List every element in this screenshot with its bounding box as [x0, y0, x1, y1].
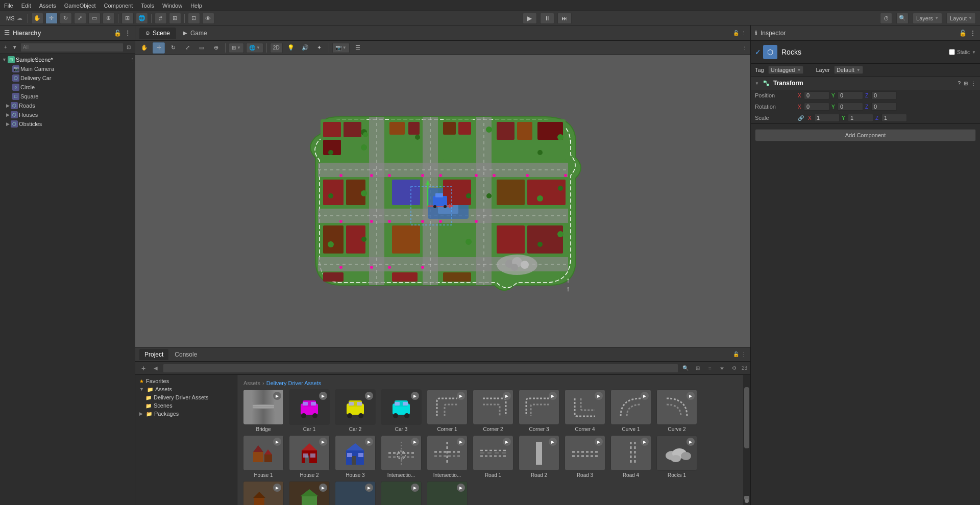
- star-btn[interactable]: ★: [717, 364, 727, 373]
- scene-lock[interactable]: 🔓: [733, 30, 739, 36]
- assets-zoom-slider[interactable]: [745, 499, 749, 503]
- proj-favorites[interactable]: ★ Favorites: [137, 377, 235, 385]
- grid-toggle[interactable]: #: [155, 13, 167, 24]
- hierarchy-item-main-camera[interactable]: 📷 Main Camera: [0, 64, 135, 73]
- asset-car1[interactable]: ▶ Car 1: [287, 389, 331, 432]
- asset-row3-play4[interactable]: ▶: [411, 484, 419, 492]
- scale-z-input[interactable]: [881, 114, 907, 122]
- asset-road4[interactable]: ▶ Road 4: [609, 435, 653, 478]
- asset-intersection1[interactable]: ▶ Intersectio...: [379, 435, 423, 478]
- obj-active-checkbox[interactable]: ✓: [755, 48, 761, 56]
- transform-help[interactable]: ?: [958, 81, 961, 86]
- asset-house1[interactable]: ▶ House 1: [241, 435, 285, 478]
- insp-lock[interactable]: 🔓: [959, 30, 967, 37]
- asset-bridge[interactable]: ▶ Bridge: [241, 389, 285, 432]
- hierarchy-item-obsticles[interactable]: ▶ ⬡ Obsticles: [0, 119, 135, 129]
- menu-help[interactable]: Help: [190, 3, 202, 9]
- scene-light-toggle[interactable]: 💡: [285, 42, 297, 54]
- tag-dropdown[interactable]: Untagged ▼: [768, 66, 804, 74]
- rotate-scene-tool[interactable]: ↻: [167, 42, 179, 54]
- static-checkbox[interactable]: [949, 49, 955, 55]
- menu-tools[interactable]: Tools: [141, 3, 154, 9]
- layer-dropdown[interactable]: Default ▼: [834, 66, 863, 74]
- back-btn[interactable]: ◀: [151, 364, 161, 373]
- transform-settings[interactable]: ⊞: [964, 81, 968, 86]
- rotation-x-input[interactable]: [804, 103, 829, 111]
- asset-road2[interactable]: ▶ Road 2: [517, 435, 561, 478]
- asset-corner2-play[interactable]: ▶: [503, 392, 511, 400]
- asset-house1-play[interactable]: ▶: [273, 438, 281, 446]
- asset-car3[interactable]: ▶ Car 3: [379, 389, 423, 432]
- asset-corner4-play[interactable]: ▶: [595, 392, 603, 400]
- asset-curve2[interactable]: ▶ Curve 2: [655, 389, 699, 432]
- asset-bridge-play[interactable]: ▶: [273, 392, 281, 400]
- bottom-tab-console[interactable]: Console: [169, 349, 202, 360]
- add-hier-btn[interactable]: +: [2, 43, 9, 51]
- asset-road1-play[interactable]: ▶: [503, 438, 511, 446]
- asset-row3-play5[interactable]: ▶: [457, 484, 465, 492]
- grid-view[interactable]: ⊞: [693, 364, 703, 373]
- asset-row3-item1[interactable]: ▶ House: [241, 481, 285, 505]
- asset-house3-play[interactable]: ▶: [365, 438, 373, 446]
- scale-lock-icon[interactable]: 🔗: [798, 115, 804, 121]
- layout-dropdown[interactable]: Layout ▼: [946, 13, 976, 24]
- menu-edit[interactable]: Edit: [21, 3, 31, 9]
- static-arrow[interactable]: ▼: [972, 50, 976, 55]
- asset-rocks1[interactable]: ▶ Rocks 1: [655, 435, 699, 478]
- hierarchy-item-delivery-car[interactable]: ⬡ Delivery Car: [0, 73, 135, 83]
- scene-audio-toggle[interactable]: 🔊: [299, 42, 311, 54]
- transform-section-header[interactable]: ▼ Transform ? ⊞ ⋮: [751, 77, 980, 90]
- scale-y-input[interactable]: [848, 114, 873, 122]
- obj-name[interactable]: Rocks: [781, 48, 945, 56]
- hier-filter[interactable]: ⊡: [125, 43, 133, 51]
- hierarchy-item-square[interactable]: □ Square: [0, 92, 135, 101]
- tab-game[interactable]: ▶ Game: [177, 28, 213, 39]
- pause-button[interactable]: ⏸: [540, 13, 554, 24]
- move-scene-tool[interactable]: ✛: [153, 42, 165, 54]
- asset-road3-play[interactable]: ▶: [595, 438, 603, 446]
- scene-camera-dropdown[interactable]: 📷 ▼: [332, 43, 350, 53]
- scene-fx-toggle[interactable]: ✦: [313, 42, 326, 54]
- position-x-input[interactable]: [804, 91, 829, 99]
- play-button[interactable]: ▶: [523, 13, 537, 24]
- rect-tool[interactable]: ▭: [88, 13, 101, 24]
- asset-house2-play[interactable]: ▶: [319, 438, 327, 446]
- global-local[interactable]: 🌐: [136, 13, 148, 24]
- assets-scrollbar[interactable]: [743, 375, 750, 505]
- search-icon[interactable]: 🔍: [680, 364, 691, 373]
- assets-scrollbar-thumb[interactable]: [744, 387, 749, 448]
- add-component-button[interactable]: Add Component: [755, 129, 976, 141]
- asset-curve1[interactable]: ▶ Curve 1: [609, 389, 653, 432]
- hierarchy-item-houses[interactable]: ▶ ⬡ Houses: [0, 110, 135, 119]
- list-view[interactable]: ≡: [705, 364, 715, 373]
- asset-corner4[interactable]: ▶ Corner 4: [563, 389, 607, 432]
- snap-settings[interactable]: ⊡: [188, 13, 200, 24]
- menu-assets[interactable]: Assets: [39, 3, 56, 9]
- asset-corner3[interactable]: ▶ Corner 3: [517, 389, 561, 432]
- menu-component[interactable]: Component: [104, 3, 133, 9]
- proj-delivery-assets[interactable]: 📁 Delivery Driver Assets: [137, 393, 235, 401]
- bottom-tab-project[interactable]: Project: [139, 349, 168, 360]
- asset-row3-play1[interactable]: ▶: [273, 484, 281, 492]
- asset-curve1-play[interactable]: ▶: [641, 392, 649, 400]
- scene-overlay-dropdown[interactable]: ⊞ ▼: [229, 43, 244, 53]
- position-y-input[interactable]: [838, 91, 863, 99]
- asset-row3-item2[interactable]: ▶ House: [287, 481, 331, 505]
- scale-x-input[interactable]: [814, 114, 840, 122]
- scene-more[interactable]: ⋮: [741, 30, 746, 36]
- asset-corner3-play[interactable]: ▶: [549, 392, 557, 400]
- asset-road1[interactable]: ▶ Road 1: [471, 435, 515, 478]
- rotation-y-input[interactable]: [838, 103, 863, 111]
- insp-more[interactable]: ⋮: [970, 30, 976, 37]
- asset-row3-play2[interactable]: ▶: [319, 484, 327, 492]
- add-asset-btn[interactable]: +: [138, 364, 149, 373]
- lock-icon[interactable]: 🔓: [114, 30, 121, 37]
- asset-road4-play[interactable]: ▶: [641, 438, 649, 446]
- asset-car2[interactable]: ▶ Car 2: [333, 389, 377, 432]
- proj-assets[interactable]: ▼ 📁 Assets: [137, 385, 235, 393]
- more-icon[interactable]: ⋮: [125, 30, 131, 37]
- asset-row3-item5[interactable]: ▶: [425, 481, 469, 505]
- proj-scenes[interactable]: 📁 Scenes: [137, 401, 235, 410]
- asset-house3[interactable]: ▶ House 3: [333, 435, 377, 478]
- project-search[interactable]: [163, 364, 678, 373]
